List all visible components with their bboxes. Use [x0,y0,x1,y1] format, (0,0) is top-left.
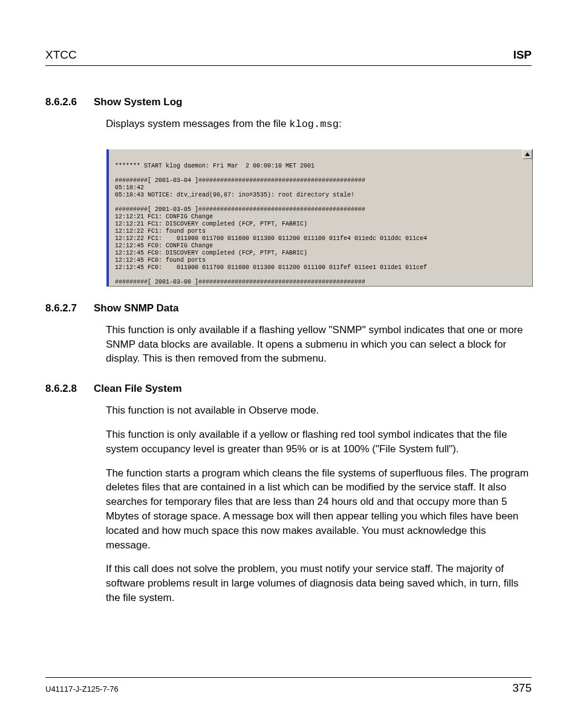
section-title: Show SNMP Data [94,302,178,314]
doc-id: U41117-J-Z125-7-76 [45,684,119,694]
header-left: XTCC [45,48,77,62]
inline-code: klog.msg [289,119,339,130]
log-text-area: ******* START klog daemon: Fri Mar 2 00:… [115,163,519,286]
footer: U41117-J-Z125-7-76 375 [45,677,532,695]
header-rule [45,65,532,66]
window-accent-stripe [106,149,109,286]
paragraph: This function is only available if a yel… [106,427,532,457]
section-heading: 8.6.2.6 Show System Log [45,96,532,108]
section-number: 8.6.2.7 [45,302,94,314]
paragraph: This function is only available if a fla… [106,323,532,366]
section-number: 8.6.2.6 [45,96,94,108]
content: 8.6.2.6 Show System Log Displays system … [45,96,532,605]
paragraph: Displays system messages from the file k… [106,117,532,132]
section-body: This function is only available if a fla… [106,323,532,366]
text: : [339,118,342,129]
log-output: ******* START klog daemon: Fri Mar 2 00:… [115,163,519,286]
scrollbar[interactable] [523,149,532,286]
section-heading: 8.6.2.7 Show SNMP Data [45,302,532,314]
footer-rule [45,677,532,678]
paragraph: The function starts a program which clea… [106,466,532,553]
text: Displays system messages from the file [106,118,289,129]
section-clean-file-system: 8.6.2.8 Clean File System This function … [45,383,532,605]
section-heading: 8.6.2.8 Clean File System [45,383,532,395]
section-title: Show System Log [94,96,182,108]
header-right: ISP [513,48,532,62]
page: XTCC ISP 8.6.2.6 Show System Log Display… [0,0,577,728]
running-header: XTCC ISP [45,48,532,62]
section-body: This function is not available in Observ… [106,403,532,605]
paragraph: This function is not available in Observ… [106,403,532,418]
page-number: 375 [512,681,532,695]
section-number: 8.6.2.8 [45,383,94,395]
section-title: Clean File System [94,383,182,395]
paragraph: If this call does not solve the problem,… [106,562,532,605]
system-log-screenshot: ******* START klog daemon: Fri Mar 2 00:… [106,149,533,287]
footer-row: U41117-J-Z125-7-76 375 [45,681,532,695]
section-body: Displays system messages from the file k… [106,117,532,132]
scroll-up-button[interactable] [523,149,532,159]
section-show-system-log: 8.6.2.6 Show System Log Displays system … [45,96,532,132]
section-show-snmp-data: 8.6.2.7 Show SNMP Data This function is … [45,302,532,366]
